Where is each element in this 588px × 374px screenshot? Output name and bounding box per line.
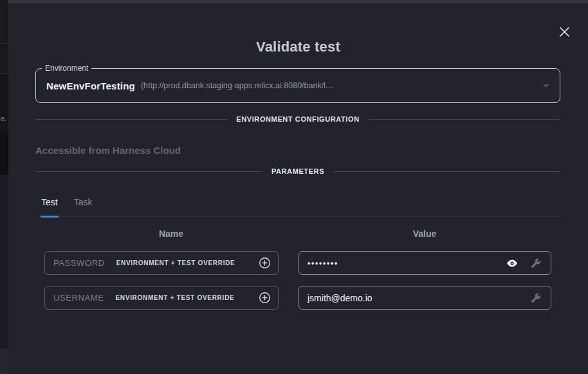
harness-cloud-note: Accessible from Harness Cloud [35, 145, 181, 156]
plus-circle-icon [259, 292, 271, 304]
environment-configuration-heading: ENVIRONMENT CONFIGURATION [236, 115, 359, 123]
background-sidebar: e. [0, 0, 8, 374]
param-override-badge: ENVIRONMENT + TEST OVERRIDE [116, 259, 235, 266]
tab-task[interactable]: Task [74, 197, 93, 216]
wrench-icon [531, 258, 541, 268]
username-value: jsmith@demo.io [308, 293, 372, 303]
param-name-label: PASSWORD [53, 258, 105, 268]
column-header-value: Value [380, 229, 470, 239]
configure-password-button[interactable] [529, 257, 542, 270]
screen: e. Validate test Environment NewEnvForTe… [0, 0, 588, 374]
environment-name: NewEnvForTesting [46, 80, 135, 91]
sidebar-segment [0, 349, 8, 374]
divider-line [333, 171, 560, 172]
param-override-badge: ENVIRONMENT + TEST OVERRIDE [115, 294, 234, 301]
password-value: •••••••• [308, 259, 338, 268]
close-icon [559, 26, 570, 37]
divider-line [35, 171, 262, 172]
sidebar-segment [0, 175, 8, 349]
parameters-tabs: Test Task [35, 194, 560, 217]
configure-username-button[interactable] [529, 292, 542, 304]
param-value-username-field[interactable]: jsmith@demo.io [299, 286, 551, 310]
environment-select[interactable]: Environment NewEnvForTesting (http://pro… [35, 68, 560, 103]
sidebar-segment [0, 75, 8, 134]
modal-title: Validate test [8, 39, 588, 55]
sidebar-segment [0, 44, 8, 74]
sidebar-truncated-text: e. [1, 115, 6, 122]
param-name-label: USERNAME [53, 293, 104, 303]
sidebar-segment [0, 134, 8, 175]
environment-configuration-divider: ENVIRONMENT CONFIGURATION [35, 115, 560, 124]
sidebar-segment [0, 0, 8, 44]
plus-circle-icon [259, 257, 271, 269]
environment-select-label: Environment [42, 64, 91, 73]
add-override-button[interactable] [258, 292, 271, 304]
parameters-divider: PARAMETERS [35, 167, 560, 176]
close-button[interactable] [556, 23, 573, 40]
column-header-name: Name [126, 229, 216, 239]
validate-test-modal: Validate test Environment NewEnvForTesti… [8, 3, 588, 374]
wrench-icon [531, 293, 541, 303]
param-name-username: USERNAME ENVIRONMENT + TEST OVERRIDE [44, 286, 279, 310]
divider-line [369, 119, 560, 120]
param-name-password: PASSWORD ENVIRONMENT + TEST OVERRIDE [44, 251, 279, 275]
tab-test-label: Test [41, 197, 58, 207]
tab-test[interactable]: Test [41, 197, 58, 216]
tab-task-label: Task [74, 197, 93, 207]
chevron-down-icon [543, 84, 549, 88]
add-override-button[interactable] [258, 257, 271, 270]
divider-line [35, 119, 227, 120]
environment-url: (http://prod.dbank.staging-apps.relicx.a… [141, 81, 333, 90]
reveal-password-button[interactable] [506, 257, 519, 270]
parameters-heading: PARAMETERS [271, 167, 324, 175]
eye-icon [506, 259, 518, 268]
param-value-password-field[interactable]: •••••••• [299, 251, 551, 275]
